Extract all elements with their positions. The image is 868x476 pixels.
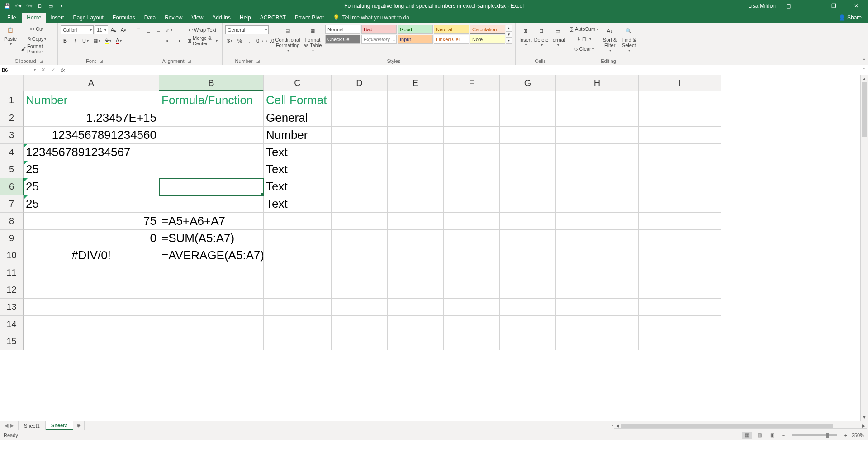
cell-E2[interactable] [388,109,444,127]
align-right-button[interactable]: ≡ [154,36,163,45]
tab-power-pivot[interactable]: Power Pivot [290,13,328,23]
ribbon-display-options-icon[interactable]: ▢ [778,0,798,12]
cell-I10[interactable] [639,247,721,264]
cell-F7[interactable] [444,195,500,213]
zoom-slider-thumb[interactable] [826,433,829,438]
cell-G11[interactable] [500,264,556,281]
alignment-dialog-launcher[interactable]: ◢ [188,59,191,63]
cell-D3[interactable] [332,127,388,144]
cell-E1[interactable] [388,91,444,109]
format-cells-button[interactable]: ▭Format [550,24,565,48]
cell-D11[interactable] [332,264,388,281]
cell-B11[interactable] [159,264,264,281]
cell-I8[interactable] [639,213,721,230]
cell-H14[interactable] [556,316,639,333]
account-user[interactable]: Lisa Mildon [748,3,776,9]
scroll-up-icon[interactable]: ▲ [861,75,868,82]
cell-B7[interactable] [159,195,264,213]
cell-H12[interactable] [556,281,639,299]
row-header-4[interactable]: 4 [0,144,24,161]
cell-E7[interactable] [388,195,444,213]
bold-button[interactable]: B [61,36,70,45]
cell-B9[interactable]: =SUM(A5:A7) [159,230,264,247]
cell-D7[interactable] [332,195,388,213]
select-all-corner[interactable] [0,75,24,91]
cell-G4[interactable] [500,144,556,161]
col-header-B[interactable]: B [159,75,264,91]
cell-H1[interactable] [556,91,639,109]
cell-I15[interactable] [639,333,721,350]
cell-F9[interactable] [444,230,500,247]
row-header-9[interactable]: 9 [0,230,24,247]
cell-B15[interactable] [159,333,264,350]
style-scroll-down[interactable]: ▼ [506,32,512,38]
cell-D13[interactable] [332,299,388,316]
row-header-14[interactable]: 14 [0,316,24,333]
cell-A1[interactable]: Number [24,91,159,109]
expand-formula-bar-icon[interactable]: ˅ [860,65,868,75]
conditional-formatting-button[interactable]: ▤ Conditional Formatting [275,24,300,54]
cell-E6[interactable] [388,178,444,195]
close-button[interactable]: ✕ [846,0,866,12]
scroll-left-icon[interactable]: ◀ [614,423,621,428]
new-file-icon[interactable]: 🗋 [36,2,43,10]
zoom-level[interactable]: 250% [852,433,864,438]
cell-C2[interactable]: General [264,109,332,127]
cell-A3[interactable]: 1234567891234560 [24,127,159,144]
cell-H6[interactable] [556,178,639,195]
tab-review[interactable]: Review [160,13,187,23]
style-bad[interactable]: Bad [361,25,397,34]
cell-A10[interactable]: #DIV/0! [24,247,159,264]
cell-C8[interactable] [264,213,332,230]
accounting-format-button[interactable]: $ [225,36,234,45]
cell-H11[interactable] [556,264,639,281]
increase-font-button[interactable]: A▴ [109,25,118,34]
align-center-button[interactable]: ≡ [144,36,153,45]
style-check-cell[interactable]: Check Cell [325,35,360,44]
cancel-formula-icon[interactable]: ✕ [38,67,48,73]
sheet-nav-prev-icon[interactable]: ◀ [5,423,8,428]
cell-C11[interactable] [264,264,332,281]
cut-button[interactable]: ✂ Cut [19,24,55,33]
row-header-5[interactable]: 5 [0,161,24,178]
number-dialog-launcher[interactable]: ◢ [256,59,260,63]
font-dialog-launcher[interactable]: ◢ [100,59,103,63]
cell-H5[interactable] [556,161,639,178]
cell-A13[interactable] [24,299,159,316]
cell-G8[interactable] [500,213,556,230]
style-neutral[interactable]: Neutral [434,25,469,34]
horizontal-scrollbar[interactable]: ◀ ▶ [614,423,867,429]
cell-A15[interactable] [24,333,159,350]
cell-I1[interactable] [639,91,721,109]
cell-A14[interactable] [24,316,159,333]
cell-D10[interactable] [332,247,388,264]
fill-button[interactable]: ⬇ Fill [568,34,600,43]
cell-H8[interactable] [556,213,639,230]
cell-I3[interactable] [639,127,721,144]
cell-I9[interactable] [639,230,721,247]
style-input[interactable]: Input [398,35,433,44]
cell-D5[interactable] [332,161,388,178]
cell-I12[interactable] [639,281,721,299]
row-header-10[interactable]: 10 [0,247,24,264]
sort-filter-button[interactable]: A↓Sort & Filter [601,24,619,54]
cell-G14[interactable] [500,316,556,333]
tell-me-search[interactable]: 💡 Tell me what you want to do [328,13,414,23]
style-gallery-scroll[interactable]: ▲ ▼ ▾ [506,25,512,44]
cell-I2[interactable] [639,109,721,127]
col-header-E[interactable]: E [388,75,444,91]
cell-A4[interactable]: 1234567891234567 [24,144,159,161]
cell-B3[interactable] [159,127,264,144]
cell-F5[interactable] [444,161,500,178]
new-sheet-button[interactable]: ⊕ [73,421,85,430]
cell-C6[interactable]: Text [264,178,332,195]
tab-formulas[interactable]: Formulas [108,13,140,23]
cell-G15[interactable] [500,333,556,350]
sheet-tab-sheet2[interactable]: Sheet2 [46,421,73,430]
comma-format-button[interactable]: , [245,36,254,45]
font-size-select[interactable]: 11 [95,25,108,34]
view-normal-icon[interactable]: ▦ [742,432,752,439]
cell-F1[interactable] [444,91,500,109]
row-header-12[interactable]: 12 [0,281,24,299]
cell-C12[interactable] [264,281,332,299]
